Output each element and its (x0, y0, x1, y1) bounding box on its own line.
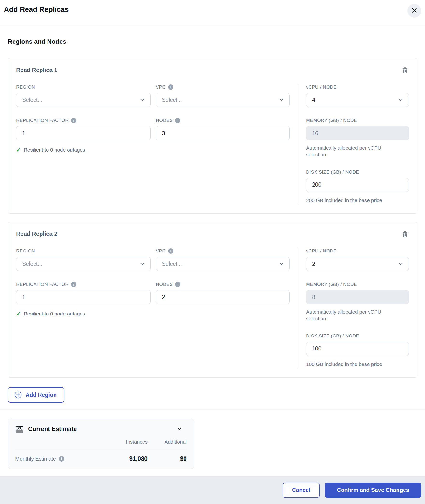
instances-column-header: Instances (107, 439, 148, 445)
replica-2-vpc-select[interactable]: Select... (156, 257, 290, 271)
read-replica-1-card: Read Replica 1 REGION Select... (8, 58, 417, 214)
replication-factor-label: REPLICATION FACTOR (16, 118, 69, 123)
memory-label: MEMORY (GB) / NODE (306, 282, 357, 287)
close-button[interactable] (407, 4, 421, 18)
vcpu-label: vCPU / NODE (306, 84, 337, 90)
replication-factor-label: REPLICATION FACTOR (16, 282, 69, 287)
info-icon[interactable]: i (168, 84, 173, 90)
replica-1-region-select[interactable]: Select... (16, 93, 151, 107)
chevron-down-icon (139, 261, 145, 267)
modal-content: Regions and Nodes Read Replica 1 REGION … (0, 25, 425, 408)
replica-1-memory-field: MEMORY (GB) / NODE 16 Automatically allo… (306, 118, 409, 158)
region-label: REGION (16, 248, 35, 254)
replica-1-region-field: REGION Select... (16, 84, 151, 107)
replica-2-region-select[interactable]: Select... (16, 257, 151, 271)
replica-1-nodes-field: NODESi (156, 118, 290, 153)
region-select-value: Select... (22, 261, 42, 267)
cancel-button[interactable]: Cancel (283, 483, 320, 498)
replica-1-vcpu-field: vCPU / NODE 4 (306, 84, 409, 107)
estimate-section: Current Estimate Instances Additional Mo… (0, 410, 425, 476)
disk-size-label: DISK SIZE (GB) / NODE (306, 333, 359, 339)
memory-helper-text: Automatically allocated per vCPU selecti… (306, 145, 398, 158)
add-region-button[interactable]: Add Region (8, 387, 64, 403)
estimate-collapse-toggle[interactable] (176, 425, 183, 433)
check-icon: ✓ (16, 147, 21, 153)
replica-2-disk-input[interactable] (306, 342, 409, 356)
additional-column-header: Additional (148, 439, 187, 445)
confirm-and-save-button[interactable]: Confirm and Save Changes (325, 483, 421, 498)
vpc-label: VPC (156, 248, 166, 254)
replica-2-replication-factor-input[interactable] (16, 290, 151, 304)
info-icon[interactable]: i (168, 248, 173, 254)
disk-size-label: DISK SIZE (GB) / NODE (306, 169, 359, 175)
region-label: REGION (16, 84, 35, 90)
info-icon[interactable]: i (175, 118, 180, 123)
replica-1-disk-input[interactable] (306, 178, 409, 192)
disk-helper-text: 100 GB included in the base price (306, 361, 409, 368)
vcpu-select-value: 2 (312, 261, 315, 267)
replica-2-vcpu-select[interactable]: 2 (306, 257, 409, 271)
info-icon[interactable]: i (175, 282, 180, 287)
chevron-down-icon (278, 97, 285, 103)
modal-footer: Cancel Confirm and Save Changes (0, 476, 425, 504)
replica-1-replication-factor-field: REPLICATION FACTORi ✓ Resilient to 0 nod… (16, 118, 151, 153)
replica-1-memory-input: 16 (306, 126, 409, 140)
chevron-down-icon (398, 261, 404, 267)
close-icon (411, 7, 418, 14)
resilience-note-text: Resilient to 0 node outages (24, 147, 85, 153)
content-scroll-shadow (0, 408, 425, 410)
nodes-label: NODES (156, 118, 173, 123)
vpc-select-value: Select... (162, 261, 182, 267)
chevron-down-icon (278, 261, 285, 267)
replica-2-memory-input: 8 (306, 290, 409, 304)
info-icon[interactable]: i (71, 282, 76, 287)
resilience-note-text: Resilient to 0 node outages (24, 311, 85, 317)
vpc-label: VPC (156, 84, 166, 90)
replica-1-nodes-input[interactable] (156, 126, 290, 140)
replica-1-instance-column: vCPU / NODE 4 MEMORY (GB) / NODE 16 Auto… (299, 84, 409, 204)
replica-2-vpc-field: VPCi Select... (156, 248, 290, 271)
memory-label: MEMORY (GB) / NODE (306, 118, 357, 123)
disk-helper-text: 200 GB included in the base price (306, 197, 409, 204)
vcpu-select-value: 4 (312, 97, 315, 103)
delete-replica-2-button[interactable] (401, 231, 409, 239)
banknote-icon (15, 425, 24, 433)
replica-2-nodes-input[interactable] (156, 290, 290, 304)
replica-2-replication-factor-field: REPLICATION FACTORi ✓ Resilient to 0 nod… (16, 282, 151, 317)
replica-2-vcpu-field: vCPU / NODE 2 (306, 248, 409, 271)
add-region-label: Add Region (26, 392, 57, 398)
replica-2-title: Read Replica 2 (16, 231, 57, 237)
modal-header: Add Read Replicas (0, 0, 425, 25)
replica-2-disk-field: DISK SIZE (GB) / NODE 100 GB included in… (306, 333, 409, 368)
replica-2-instance-column: vCPU / NODE 2 MEMORY (GB) / NODE 8 Autom… (299, 248, 409, 368)
info-icon[interactable]: i (71, 118, 76, 123)
chevron-down-icon (176, 425, 183, 433)
delete-replica-1-button[interactable] (401, 67, 409, 75)
page-title: Add Read Replicas (4, 4, 69, 14)
vpc-select-value: Select... (162, 97, 182, 103)
replica-1-vpc-field: VPCi Select... (156, 84, 290, 107)
resilience-note: ✓ Resilient to 0 node outages (16, 147, 151, 153)
add-read-replicas-modal: Add Read Replicas Regions and Nodes Read… (0, 0, 425, 504)
section-heading: Regions and Nodes (8, 38, 417, 45)
monthly-estimate-label: Monthly Estimate (15, 456, 56, 462)
nodes-label: NODES (156, 282, 173, 287)
read-replica-2-card: Read Replica 2 REGION Select... (8, 222, 417, 378)
replica-1-replication-factor-input[interactable] (16, 126, 151, 140)
plus-circle-icon (14, 391, 22, 399)
chevron-down-icon (139, 97, 145, 103)
current-estimate-title: Current Estimate (28, 426, 77, 433)
info-icon[interactable]: i (59, 456, 64, 462)
replica-2-memory-field: MEMORY (GB) / NODE 8 Automatically alloc… (306, 282, 409, 322)
resilience-note: ✓ Resilient to 0 node outages (16, 311, 151, 317)
estimate-divider (15, 450, 187, 450)
region-select-value: Select... (22, 97, 42, 103)
memory-helper-text: Automatically allocated per vCPU selecti… (306, 308, 398, 322)
replica-1-title: Read Replica 1 (16, 67, 57, 73)
chevron-down-icon (398, 97, 404, 103)
replica-1-vpc-select[interactable]: Select... (156, 93, 290, 107)
replica-1-vcpu-select[interactable]: 4 (306, 93, 409, 107)
monthly-estimate-instances-value: $1,080 (107, 455, 148, 462)
trash-icon (401, 235, 409, 239)
replica-1-disk-field: DISK SIZE (GB) / NODE 200 GB included in… (306, 169, 409, 204)
